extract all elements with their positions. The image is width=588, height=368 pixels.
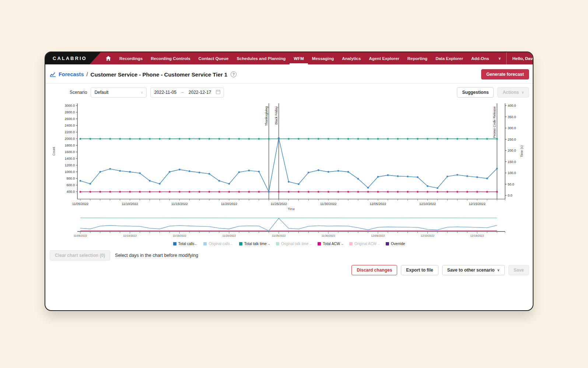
legend-swatch-icon (386, 242, 389, 245)
legend-item-total-talk-time-[interactable]: Total talk time→ (239, 242, 270, 246)
legend-item-original-calls-[interactable]: Original calls← (203, 242, 233, 246)
chart-area: 400.0600.0800.01000.01200.01400.01600.01… (45, 99, 533, 246)
scenario-select[interactable]: Default ∨ (91, 88, 147, 98)
home-icon[interactable] (101, 52, 115, 64)
nav-item-schedules-and-planning[interactable]: Schedules and Planning (232, 52, 290, 64)
generate-forecast-button[interactable]: Generate forecast (481, 69, 529, 79)
legend-label: Total talk time→ (244, 242, 270, 246)
nav-item-add-ons[interactable]: Add-Ons (467, 52, 493, 64)
svg-text:11/05/2022: 11/05/2022 (72, 202, 88, 206)
mini-range-chart[interactable]: 11/05/202211/10/202211/15/202211/20/2022… (50, 215, 528, 237)
date-start-value: 2022-11-05 (154, 90, 176, 95)
help-icon[interactable]: ? (231, 71, 237, 77)
nav-item-contact-queue[interactable]: Contact Queue (195, 52, 233, 64)
svg-text:11/05/2022: 11/05/2022 (74, 234, 87, 237)
chevron-down-icon: ∨ (141, 91, 143, 94)
series-line-original-calls (80, 138, 497, 192)
svg-text:12/10/2022: 12/10/2022 (419, 202, 436, 206)
app-window: CALABRIO RecordingsRecording ControlsCon… (45, 52, 533, 311)
svg-text:12/15/2022: 12/15/2022 (469, 202, 486, 206)
svg-text:200.0: 200.0 (508, 149, 516, 152)
svg-text:Promo Code Release: Promo Code Release (493, 106, 496, 138)
legend-item-original-acw-[interactable]: Original ACW→ (349, 242, 380, 246)
svg-text:300.0: 300.0 (508, 126, 516, 130)
svg-text:Count: Count (52, 147, 56, 156)
actions-button[interactable]: Actions ∨ (497, 87, 529, 98)
svg-text:2600.0: 2600.0 (64, 117, 75, 121)
nav-item-data-explorer[interactable]: Data Explorer (431, 52, 467, 64)
svg-text:600.0: 600.0 (66, 183, 75, 187)
legend-label: Total ACW→ (323, 242, 344, 246)
clear-chart-selection-button[interactable]: Clear chart selection (0) (50, 250, 110, 261)
svg-text:Thanksgiving: Thanksgiving (265, 106, 268, 126)
date-range-input[interactable]: 2022-11-05 – 2022-12-17 (150, 88, 224, 98)
nav-item-wfm[interactable]: WFM (290, 52, 308, 64)
controls-row: Scenario Default ∨ 2022-11-05 – 2022-12-… (45, 84, 533, 99)
svg-text:1400.0: 1400.0 (64, 157, 75, 160)
breadcrumb-forecasts-link[interactable]: Forecasts (59, 71, 84, 77)
svg-text:2400.0: 2400.0 (64, 124, 75, 127)
chevron-down-icon: ∨ (521, 91, 524, 94)
nav-item-agent-explorer[interactable]: Agent Explorer (365, 52, 403, 64)
save-to-other-scenario-button[interactable]: Save to other scenario ∨ (442, 265, 505, 275)
nav-item-analytics[interactable]: Analytics (338, 52, 365, 64)
forecast-chart-icon (50, 72, 56, 77)
mini-series-total-calls (80, 218, 497, 231)
nav-menu: RecordingsRecording ControlsContact Queu… (115, 52, 493, 64)
date-range-separator: – (181, 90, 184, 95)
legend-item-total-calls-[interactable]: Total calls← (173, 242, 198, 246)
scenario-selected-value: Default (94, 90, 108, 95)
legend-label: Total calls← (178, 242, 198, 246)
svg-text:2000.0: 2000.0 (64, 137, 75, 141)
discard-changes-button[interactable]: Discard changes (351, 265, 397, 275)
nav-item-recordings[interactable]: Recordings (115, 52, 147, 64)
chevron-down-icon: ∨ (497, 268, 500, 272)
svg-text:12/05/2022: 12/05/2022 (370, 202, 386, 206)
controls-right: Suggestions Actions ∨ (457, 87, 529, 98)
svg-text:1000.0: 1000.0 (64, 170, 75, 174)
nav-item-recording-controls[interactable]: Recording Controls (147, 52, 194, 64)
svg-text:50.0: 50.0 (508, 183, 514, 186)
legend-swatch-icon (173, 242, 176, 245)
legend-item-override[interactable]: Override (386, 242, 405, 246)
main-forecast-chart[interactable]: 400.0600.0800.01000.01200.01400.01600.01… (50, 101, 528, 213)
svg-text:11/25/2022: 11/25/2022 (272, 234, 286, 237)
svg-text:1600.0: 1600.0 (64, 150, 75, 154)
svg-text:3000.0: 3000.0 (64, 104, 75, 107)
breadcrumb-separator: / (87, 71, 88, 77)
legend-swatch-icon (276, 242, 279, 245)
export-to-file-button[interactable]: Export to file (401, 265, 438, 275)
nav-right: ∨ Hello, Dave ∨ Help (493, 52, 533, 64)
svg-text:400.0: 400.0 (66, 190, 75, 194)
svg-text:350.0: 350.0 (508, 115, 516, 119)
svg-text:11/10/2022: 11/10/2022 (122, 202, 138, 206)
legend-swatch-icon (318, 242, 321, 245)
svg-text:2200.0: 2200.0 (64, 130, 75, 134)
svg-text:11/30/2022: 11/30/2022 (320, 202, 336, 206)
svg-text:11/25/2022: 11/25/2022 (270, 202, 287, 206)
legend-item-original-talk-time-[interactable]: Original talk time→ (276, 242, 312, 246)
nav-item-reporting[interactable]: Reporting (403, 52, 431, 64)
user-menu[interactable]: Hello, Dave ∨ (507, 56, 533, 61)
svg-text:11/30/2022: 11/30/2022 (322, 234, 335, 237)
legend-label: Original ACW→ (354, 242, 380, 246)
svg-text:12/15/2022: 12/15/2022 (470, 234, 484, 237)
legend-item-total-acw-[interactable]: Total ACW→ (318, 242, 344, 246)
chart-legend: Total calls←Original calls←Total talk ti… (50, 242, 528, 246)
legend-label: Original talk time→ (281, 242, 312, 246)
nav-item-messaging[interactable]: Messaging (308, 52, 338, 64)
selection-hint-text: Select days in the chart before modifyin… (115, 253, 198, 258)
legend-swatch-icon (203, 242, 207, 245)
nav-overflow-chevron-icon[interactable]: ∨ (493, 56, 506, 60)
brand-logo: CALABRIO (45, 52, 101, 64)
footer-left: Clear chart selection (0) Select days in… (45, 246, 533, 262)
calendar-icon[interactable] (216, 89, 220, 95)
save-button[interactable]: Save (508, 265, 529, 275)
svg-text:1800.0: 1800.0 (64, 144, 75, 147)
suggestions-button[interactable]: Suggestions (457, 87, 494, 98)
legend-label: Override (391, 242, 405, 246)
svg-text:Black Friday: Black Friday (274, 106, 278, 125)
page-title: Customer Service - Phone - Customer Serv… (91, 71, 228, 78)
svg-text:400.0: 400.0 (508, 104, 516, 107)
series-line-total-calls (80, 138, 497, 192)
